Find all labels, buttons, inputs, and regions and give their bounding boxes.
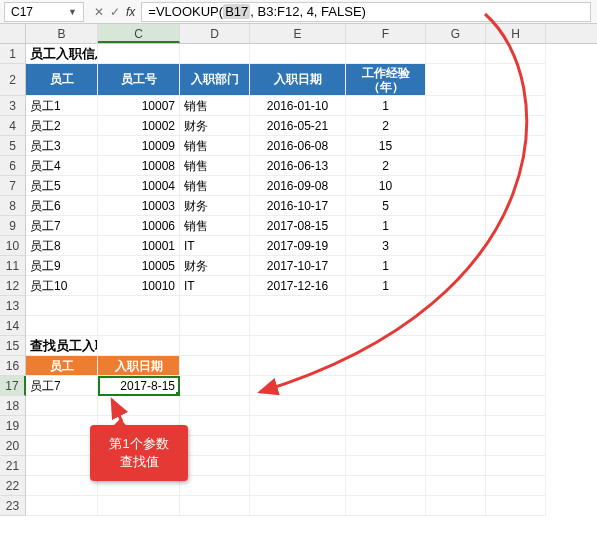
cell[interactable] (250, 376, 346, 396)
cell[interactable]: 员工5 (26, 176, 98, 196)
cell[interactable] (426, 96, 486, 116)
row-header-5[interactable]: 5 (0, 136, 26, 156)
cell[interactable] (26, 396, 98, 416)
cell[interactable] (180, 396, 250, 416)
cell[interactable] (426, 276, 486, 296)
cell[interactable] (250, 416, 346, 436)
cell[interactable] (346, 356, 426, 376)
row-header-6[interactable]: 6 (0, 156, 26, 176)
cell[interactable] (426, 336, 486, 356)
cell[interactable] (346, 476, 426, 496)
cell[interactable] (426, 376, 486, 396)
cell[interactable] (250, 436, 346, 456)
cell[interactable]: 1 (346, 216, 426, 236)
cell[interactable]: 2016-06-13 (250, 156, 346, 176)
cell[interactable]: 员工3 (26, 136, 98, 156)
cell[interactable]: 销售 (180, 136, 250, 156)
cell[interactable]: 入职部门 (180, 64, 250, 96)
cell[interactable]: 员工1 (26, 96, 98, 116)
cell[interactable] (486, 336, 546, 356)
cell[interactable]: 工作经验（年） (346, 64, 426, 96)
cell[interactable]: 2017-09-19 (250, 236, 346, 256)
cell[interactable]: 5 (346, 196, 426, 216)
cell[interactable] (250, 476, 346, 496)
row-header-18[interactable]: 18 (0, 396, 26, 416)
fx-icon[interactable]: fx (126, 5, 135, 19)
row-header-9[interactable]: 9 (0, 216, 26, 236)
cell[interactable] (180, 456, 250, 476)
cell[interactable] (426, 316, 486, 336)
row-header-19[interactable]: 19 (0, 416, 26, 436)
cell[interactable]: 10003 (98, 196, 180, 216)
cell[interactable] (26, 296, 98, 316)
cell[interactable] (486, 116, 546, 136)
cell[interactable] (426, 436, 486, 456)
cell[interactable] (26, 476, 98, 496)
cell[interactable] (426, 44, 486, 64)
cell[interactable]: 销售 (180, 216, 250, 236)
cell[interactable]: 员工 (26, 64, 98, 96)
cell[interactable] (180, 336, 250, 356)
cell[interactable] (346, 396, 426, 416)
cell[interactable] (346, 44, 426, 64)
cell[interactable] (250, 316, 346, 336)
cell[interactable] (426, 116, 486, 136)
cell[interactable]: 员工8 (26, 236, 98, 256)
cell[interactable] (486, 236, 546, 256)
cell[interactable]: 10001 (98, 236, 180, 256)
cell[interactable]: 10002 (98, 116, 180, 136)
cell[interactable]: 员工10 (26, 276, 98, 296)
row-header-23[interactable]: 23 (0, 496, 26, 516)
row-header-17[interactable]: 17 (0, 376, 26, 396)
col-header-H[interactable]: H (486, 24, 546, 43)
cell[interactable] (426, 396, 486, 416)
cell[interactable] (180, 296, 250, 316)
col-header-F[interactable]: F (346, 24, 426, 43)
cell[interactable]: 2017-08-15 (250, 216, 346, 236)
cell[interactable] (426, 64, 486, 96)
cell[interactable] (426, 236, 486, 256)
cell[interactable] (486, 436, 546, 456)
col-header-C[interactable]: C (98, 24, 180, 43)
row-header-8[interactable]: 8 (0, 196, 26, 216)
cell[interactable] (180, 316, 250, 336)
cell[interactable]: 2017-12-16 (250, 276, 346, 296)
row-header-21[interactable]: 21 (0, 456, 26, 476)
cell[interactable] (180, 44, 250, 64)
cell[interactable] (486, 44, 546, 64)
cell[interactable]: 10010 (98, 276, 180, 296)
row-header-3[interactable]: 3 (0, 96, 26, 116)
cell[interactable] (26, 416, 98, 436)
cell[interactable]: 销售 (180, 96, 250, 116)
cell[interactable]: 2016-10-17 (250, 196, 346, 216)
row-header-15[interactable]: 15 (0, 336, 26, 356)
row-header-22[interactable]: 22 (0, 476, 26, 496)
cell[interactable] (486, 256, 546, 276)
cell[interactable] (486, 456, 546, 476)
cell[interactable] (486, 176, 546, 196)
cell[interactable] (426, 156, 486, 176)
cell[interactable] (346, 316, 426, 336)
cell[interactable] (426, 356, 486, 376)
cell[interactable]: IT (180, 236, 250, 256)
cell[interactable]: 10005 (98, 256, 180, 276)
cell[interactable]: 10008 (98, 156, 180, 176)
cell[interactable] (486, 276, 546, 296)
cell[interactable]: 2016-01-10 (250, 96, 346, 116)
cell[interactable]: 查找员工入职信息 (26, 336, 98, 356)
cell[interactable]: 2016-05-21 (250, 116, 346, 136)
cell[interactable]: 3 (346, 236, 426, 256)
cell[interactable] (486, 296, 546, 316)
cell[interactable]: 销售 (180, 156, 250, 176)
cell[interactable]: 1 (346, 276, 426, 296)
cell[interactable]: 1 (346, 96, 426, 116)
cell[interactable]: 1 (346, 256, 426, 276)
cell[interactable] (486, 136, 546, 156)
cell[interactable] (486, 376, 546, 396)
cell[interactable] (486, 196, 546, 216)
cell[interactable]: 员工9 (26, 256, 98, 276)
cell[interactable]: 销售 (180, 176, 250, 196)
cell[interactable] (26, 456, 98, 476)
cell[interactable] (250, 296, 346, 316)
cell[interactable]: 员工6 (26, 196, 98, 216)
